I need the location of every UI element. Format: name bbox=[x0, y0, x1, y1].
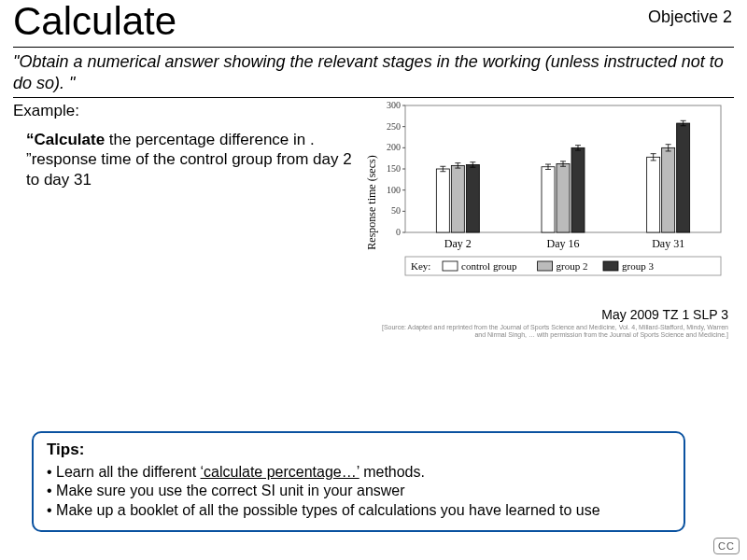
cc-badge: CC bbox=[713, 538, 740, 554]
svg-rect-28 bbox=[542, 167, 555, 232]
example-left: Example: “Calculate the percentage diffe… bbox=[13, 100, 374, 338]
svg-text:50: 50 bbox=[391, 205, 401, 216]
definition-box: "Obtain a numerical answer showing the r… bbox=[13, 47, 734, 98]
svg-text:control group: control group bbox=[461, 260, 517, 272]
svg-rect-32 bbox=[557, 164, 570, 232]
svg-rect-49 bbox=[677, 123, 690, 232]
svg-text:group 3: group 3 bbox=[622, 260, 654, 272]
svg-rect-60 bbox=[603, 261, 618, 271]
svg-rect-56 bbox=[443, 261, 458, 271]
chart-source: [Source: Adapted and reprinted from the … bbox=[374, 324, 734, 338]
slide: Calculate Objective 2 "Obtain a numerica… bbox=[0, 0, 747, 560]
example-label: Example: bbox=[13, 102, 364, 120]
svg-text:0: 0 bbox=[396, 227, 401, 237]
tips-title: Tips: bbox=[47, 441, 670, 459]
header-row: Calculate Objective 2 bbox=[13, 0, 734, 41]
svg-rect-23 bbox=[466, 164, 479, 232]
page-title: Calculate bbox=[13, 0, 176, 41]
svg-text:300: 300 bbox=[387, 100, 401, 110]
svg-text:group 2: group 2 bbox=[557, 260, 588, 272]
svg-rect-19 bbox=[451, 165, 464, 232]
svg-rect-15 bbox=[436, 169, 449, 232]
tips-list: • Learn all the different ‘calculate per… bbox=[47, 463, 670, 521]
chart-caption: May 2009 TZ 1 SLP 3 bbox=[374, 307, 734, 322]
svg-rect-36 bbox=[571, 147, 585, 232]
tip-item: • Learn all the different ‘calculate per… bbox=[47, 463, 670, 483]
svg-text:250: 250 bbox=[387, 121, 401, 132]
chart-wrap: Response time (secs) 050100150200250300D… bbox=[374, 100, 728, 305]
example-prompt: “Calculate the percentage difference in … bbox=[13, 130, 364, 189]
tip-item: • Make up a booklet of all the possible … bbox=[47, 501, 670, 521]
objective-label: Objective 2 bbox=[648, 0, 734, 27]
example-row: Example: “Calculate the percentage diffe… bbox=[13, 100, 734, 338]
svg-text:100: 100 bbox=[387, 185, 401, 195]
chart-panel: Response time (secs) 050100150200250300D… bbox=[374, 100, 734, 338]
svg-text:Day 31: Day 31 bbox=[652, 237, 684, 250]
svg-rect-58 bbox=[538, 261, 553, 271]
svg-rect-45 bbox=[662, 147, 675, 232]
svg-text:Day 2: Day 2 bbox=[444, 237, 472, 250]
tips-box: Tips: • Learn all the different ‘calcula… bbox=[32, 431, 685, 532]
example-prompt-bold: “Calculate bbox=[26, 131, 105, 148]
svg-text:Key:: Key: bbox=[411, 260, 430, 272]
svg-text:200: 200 bbox=[387, 142, 401, 152]
svg-rect-41 bbox=[647, 157, 660, 232]
bar-chart: 050100150200250300Day 2Day 16Day 31Key:c… bbox=[374, 100, 728, 305]
definition-text: "Obtain a numerical answer showing the r… bbox=[13, 51, 734, 93]
svg-text:Day 16: Day 16 bbox=[547, 237, 580, 250]
tip-item: • Make sure you use the correct SI unit … bbox=[47, 482, 670, 501]
chart-ylabel: Response time (secs) bbox=[365, 155, 379, 249]
svg-text:150: 150 bbox=[387, 163, 401, 174]
